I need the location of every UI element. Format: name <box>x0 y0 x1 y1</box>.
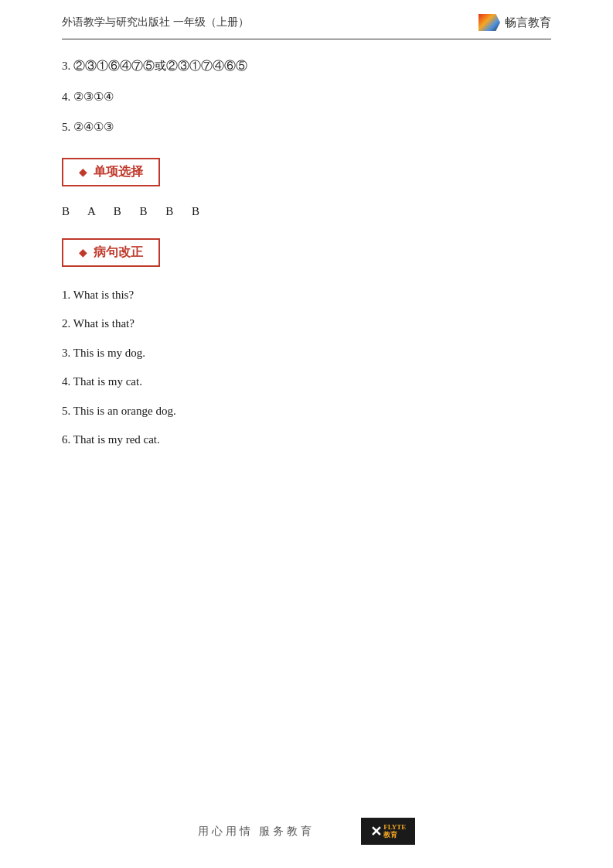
section2-diamond: ◆ <box>79 246 87 259</box>
footer-logo-inner: ✕ FLYTE教育 <box>370 823 406 840</box>
english-item-1-text: What is this? <box>73 289 134 301</box>
english-item-1-number: 1. <box>62 289 70 301</box>
header-logo: 畅言教育 <box>478 14 551 31</box>
footer-text: 用心用情 服务教育 <box>198 825 315 839</box>
english-item-4: 4. That is my cat. <box>62 372 551 392</box>
numbered-item-5: 5. ②④①③ <box>62 118 551 138</box>
footer-logo-x-icon: ✕ <box>370 823 382 840</box>
english-item-6: 6. That is my red cat. <box>62 430 551 450</box>
numbered-item-3: 3. ②③①⑥④⑦⑤或②③①⑦④⑥⑤ <box>62 56 551 77</box>
footer-logo: ✕ FLYTE教育 <box>361 818 415 845</box>
item-4-number: 4. <box>62 91 70 103</box>
numbered-item-4: 4. ②③①④ <box>62 87 551 108</box>
english-item-5: 5. This is an orange dog. <box>62 402 551 422</box>
header: 外语教学与研究出版社 一年级（上册） 畅言教育 <box>62 0 551 39</box>
english-item-1: 1. What is this? <box>62 285 551 306</box>
section1-header: ◆ 单项选择 <box>62 158 160 186</box>
english-item-3-number: 3. <box>62 347 70 359</box>
english-item-2: 2. What is that? <box>62 314 551 334</box>
item-3-number: 3. <box>62 60 70 72</box>
item-5-text: ②④①③ <box>73 121 114 133</box>
english-item-6-number: 6. <box>62 433 70 446</box>
footer-logo-brand: FLYTE教育 <box>383 824 406 839</box>
section1-title: 单项选择 <box>94 164 143 180</box>
logo-icon <box>478 14 500 31</box>
item-3-text: ②③①⑥④⑦⑤或②③①⑦④⑥⑤ <box>73 60 247 72</box>
english-item-3: 3. This is my dog. <box>62 343 551 364</box>
english-item-2-text: What is that? <box>73 317 135 330</box>
section2-header: ◆ 病句改正 <box>62 238 160 267</box>
english-item-5-number: 5. <box>62 405 70 417</box>
logo-text: 畅言教育 <box>505 15 551 30</box>
item-4-text: ②③①④ <box>73 91 114 103</box>
page: 外语教学与研究出版社 一年级（上册） 畅言教育 3. ②③①⑥④⑦⑤或②③①⑦④… <box>0 0 613 868</box>
section2-title: 病句改正 <box>94 244 143 261</box>
item-5-number: 5. <box>62 121 70 133</box>
english-item-6-text: That is my red cat. <box>73 433 160 446</box>
section1-answers: B A B B B B <box>62 205 551 218</box>
english-item-4-number: 4. <box>62 375 70 388</box>
english-item-5-text: This is an orange dog. <box>73 405 176 417</box>
section1-diamond: ◆ <box>79 166 87 179</box>
english-item-4-text: That is my cat. <box>73 375 142 388</box>
english-item-2-number: 2. <box>62 317 70 330</box>
header-title: 外语教学与研究出版社 一年级（上册） <box>62 15 249 29</box>
english-item-3-text: This is my dog. <box>73 347 145 359</box>
footer: 用心用情 服务教育 ✕ FLYTE教育 <box>0 818 613 845</box>
